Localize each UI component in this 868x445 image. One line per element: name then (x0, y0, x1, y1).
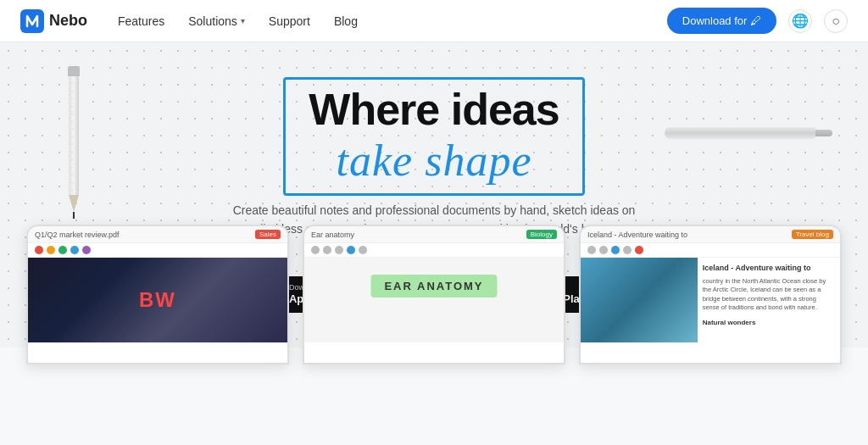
nav-right: Download for 🖊 🌐 ○ (667, 8, 848, 34)
nav-solutions[interactable]: Solutions ▾ (188, 14, 245, 28)
hero-title-line2: take shape (309, 135, 559, 187)
ss-filename-ear: Ear anatomy (311, 231, 354, 239)
pencil-left-decoration (68, 68, 80, 219)
market-label: BW (139, 288, 176, 312)
hero-title-line1: Where ideas (309, 86, 559, 134)
toolbar-dot-i2 (599, 246, 608, 254)
toolbar-dot-i1 (587, 246, 596, 254)
pencil-point (73, 212, 75, 219)
ss-header-ear: Ear anatomy Biology (304, 226, 564, 243)
toolbar-dot-red (35, 246, 43, 254)
pencil-body (69, 76, 79, 195)
toolbar-dot-purple (82, 246, 91, 254)
iceland-image (581, 258, 698, 342)
ss-tag-market: Sales (255, 230, 281, 239)
market-image: BW (28, 258, 287, 342)
nebo-logo-icon (20, 9, 44, 33)
download-button[interactable]: Download for 🖊 (667, 8, 776, 34)
ss-tag-ear: Biology (526, 230, 557, 239)
toolbar-dot-4 (347, 246, 355, 254)
navbar: Nebo Features Solutions ▾ Support Blog D… (0, 0, 868, 42)
ss-header-market: Q1/Q2 market review.pdf Sales (28, 226, 287, 243)
toolbar-dot-green (58, 246, 67, 254)
nav-features[interactable]: Features (118, 14, 164, 28)
solutions-chevron-icon: ▾ (241, 16, 245, 25)
user-account-button[interactable]: ○ (824, 9, 848, 33)
pencil-eraser (68, 66, 80, 76)
nav-support[interactable]: Support (269, 14, 310, 28)
ss-content-iceland: Iceland - Adventure waiting to country i… (581, 258, 840, 342)
toolbar-dot-3 (335, 246, 343, 254)
nav-links: Features Solutions ▾ Support Blog (118, 14, 667, 28)
apple-pencil-tip (815, 130, 832, 136)
apple-pencil-body (665, 127, 817, 139)
screenshots-row: Q1/Q2 market review.pdf Sales BW Ear ana… (0, 225, 868, 364)
hero-title-box: Where ideas take shape (309, 86, 559, 187)
svg-rect-0 (20, 9, 44, 33)
pencil-texture (71, 76, 73, 195)
toolbar-dot-blue (70, 246, 79, 254)
user-icon: ○ (832, 14, 840, 29)
language-button[interactable]: 🌐 (788, 9, 812, 33)
toolbar-dot-i5 (635, 246, 643, 254)
hero-section: Where ideas take shape Create beautiful … (0, 42, 868, 348)
ss-content-market: BW (28, 258, 287, 342)
ss-content-ear: EAR ANATOMY (304, 258, 564, 342)
iceland-text: Iceland - Adventure waiting to country i… (698, 258, 840, 332)
ss-header-iceland: Iceland - Adventure waiting to Travel bl… (581, 226, 840, 243)
toolbar-dot-2 (323, 246, 331, 254)
ss-toolbar-iceland (581, 243, 840, 258)
globe-icon: 🌐 (792, 13, 809, 29)
pencil-tip (69, 195, 79, 212)
logo[interactable]: Nebo (20, 9, 87, 33)
toolbar-dot-i4 (623, 246, 632, 254)
screenshot-market-review: Q1/Q2 market review.pdf Sales BW (26, 225, 289, 364)
screenshot-ear-anatomy: Ear anatomy Biology EAR ANATOMY (303, 225, 565, 364)
toolbar-dot-5 (359, 246, 367, 254)
logo-text: Nebo (49, 12, 87, 30)
ss-filename-iceland: Iceland - Adventure waiting to (587, 231, 687, 239)
toolbar-dot-1 (311, 246, 320, 254)
ss-toolbar-ear (304, 243, 564, 258)
nav-blog[interactable]: Blog (334, 14, 358, 28)
ss-tag-iceland: Travel blog (792, 230, 833, 239)
ss-filename-market: Q1/Q2 market review.pdf (35, 231, 120, 239)
ear-anatomy-label: EAR ANATOMY (370, 275, 497, 298)
toolbar-dot-i3 (611, 246, 620, 254)
ss-toolbar-market (28, 243, 287, 258)
toolbar-dot-orange (47, 246, 55, 254)
screenshot-iceland: Iceland - Adventure waiting to Travel bl… (579, 225, 842, 364)
apple-pencil-decoration (665, 127, 817, 139)
